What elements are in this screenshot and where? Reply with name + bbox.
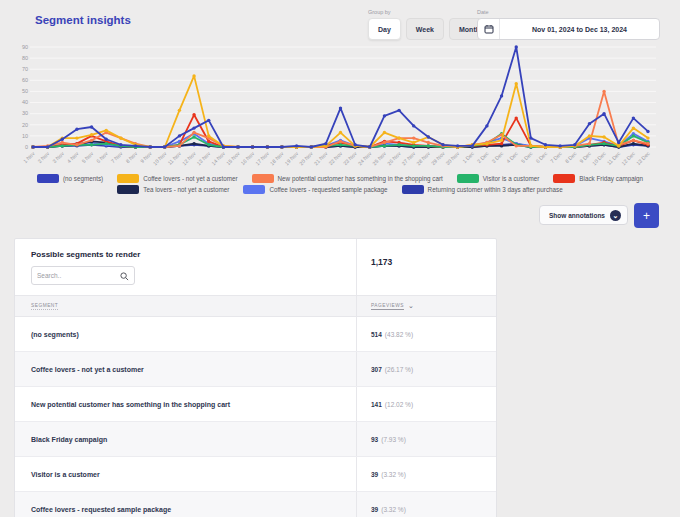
x-axis-label: 6 Dec <box>534 150 548 164</box>
legend-item[interactable]: Black Friday campaign <box>553 174 643 183</box>
legend-item[interactable]: Visitor is a customer <box>457 174 540 183</box>
svg-text:80: 80 <box>22 55 28 61</box>
table-row[interactable]: Coffee lovers - not yet a customer307(26… <box>15 352 496 387</box>
legend-item[interactable]: Tea lovers - not yet a customer <box>117 185 229 194</box>
x-axis-label: 3 Nov <box>51 150 65 164</box>
legend-item[interactable]: New potential customer has something in … <box>252 174 443 183</box>
data-point <box>427 144 430 147</box>
data-point <box>412 141 415 144</box>
data-point <box>192 135 195 138</box>
show-annotations-button[interactable]: Show annotations ⌄ <box>539 205 628 225</box>
svg-text:30: 30 <box>22 110 28 116</box>
x-axis-label: 15 Nov <box>225 150 241 166</box>
add-annotation-button[interactable]: + <box>634 203 659 228</box>
data-point <box>427 141 430 144</box>
data-point <box>383 144 386 147</box>
legend-item[interactable]: Returning customer within 3 days after p… <box>402 185 563 194</box>
data-point <box>222 145 225 148</box>
date-range-picker[interactable]: Nov 01, 2024 to Dec 13, 2024 <box>477 18 660 40</box>
chart-legend: (no segments)Coffee lovers - not yet a c… <box>0 174 680 194</box>
page-title: Segment insights <box>35 14 131 26</box>
data-point <box>251 145 254 148</box>
legend-label: Coffee lovers - not yet a customer <box>143 175 237 182</box>
x-axis-label: 4 Dec <box>505 150 519 164</box>
svg-text:10: 10 <box>22 133 28 139</box>
x-axis-label: 11 Dec <box>606 150 622 166</box>
x-axis-label: 6 Nov <box>95 150 109 164</box>
data-point <box>207 134 210 137</box>
data-point <box>339 143 342 146</box>
data-point <box>178 109 181 112</box>
data-point <box>61 141 64 144</box>
x-axis-label: 3 Dec <box>490 150 504 164</box>
table-row[interactable]: New potential customer has something in … <box>15 387 496 422</box>
table-row[interactable]: Visitor is a customer39(3.32 %) <box>15 457 496 492</box>
data-point <box>632 134 635 137</box>
data-point <box>412 124 415 127</box>
x-axis-label: 5 Dec <box>520 150 534 164</box>
x-axis-label: 1 Dec <box>461 150 475 164</box>
data-point <box>427 135 430 138</box>
date-label: Date <box>477 9 660 15</box>
svg-text:50: 50 <box>22 88 28 94</box>
data-point <box>456 144 459 147</box>
x-axis-label: 10 Nov <box>152 150 168 166</box>
data-point <box>500 94 503 97</box>
svg-text:40: 40 <box>22 99 28 105</box>
data-point <box>105 129 108 132</box>
x-axis-label: 8 Nov <box>124 150 138 164</box>
data-point <box>602 112 605 115</box>
group-by-week-button[interactable]: Week <box>406 18 444 40</box>
segment-column-header[interactable]: Segment <box>31 303 58 310</box>
data-point <box>383 141 386 144</box>
data-point <box>500 139 503 142</box>
data-point <box>573 143 576 146</box>
segment-name-cell: Coffee lovers - not yet a customer <box>15 352 357 386</box>
table-row[interactable]: Black Friday campaign93(7.93 %) <box>15 422 496 457</box>
legend-label: Black Friday campaign <box>579 175 643 182</box>
legend-item[interactable]: Coffee lovers - not yet a customer <box>117 174 237 183</box>
data-point <box>632 142 635 145</box>
legend-item[interactable]: Coffee lovers - requested sample package <box>243 185 387 194</box>
data-point <box>134 144 137 147</box>
legend-label: Returning customer within 3 days after p… <box>428 186 563 193</box>
data-point <box>632 116 635 119</box>
x-axis-label: 27 Nov <box>401 150 417 166</box>
data-point <box>90 133 93 136</box>
data-point <box>105 142 108 145</box>
data-point <box>46 145 49 148</box>
legend-row: Tea lovers - not yet a customerCoffee lo… <box>0 185 680 194</box>
data-point <box>192 113 195 116</box>
data-point <box>646 130 649 133</box>
svg-text:90: 90 <box>22 44 28 50</box>
calendar-icon <box>478 19 500 39</box>
data-point <box>105 138 108 141</box>
data-point <box>602 142 605 145</box>
segment-search-input[interactable] <box>37 272 120 279</box>
data-point <box>119 136 122 139</box>
pageviews-sort-header[interactable]: Pageviews ⌄ <box>357 303 496 310</box>
data-point <box>588 122 591 125</box>
data-point <box>75 128 78 131</box>
legend-swatch-icon <box>37 174 59 183</box>
legend-item[interactable]: (no segments) <box>37 174 103 183</box>
legend-label: Coffee lovers - requested sample package <box>269 186 387 193</box>
x-axis-label: 18 Nov <box>269 150 285 166</box>
data-point <box>90 125 93 128</box>
x-axis-label: 8 Dec <box>564 150 578 164</box>
data-point <box>178 144 181 147</box>
legend-row: (no segments)Coffee lovers - not yet a c… <box>0 174 680 183</box>
group-by-control: Group by Day Week Month <box>368 9 490 40</box>
x-axis-label: 24 Nov <box>357 150 373 166</box>
table-row[interactable]: Coffee lovers - requested sample package… <box>15 492 496 517</box>
data-point <box>207 143 210 146</box>
segment-name-cell: Visitor is a customer <box>15 457 357 491</box>
x-axis-label: 13 Dec <box>635 150 651 166</box>
table-row[interactable]: (no segments)514(43.82 %) <box>15 317 496 352</box>
data-point <box>558 144 561 147</box>
group-by-day-button[interactable]: Day <box>368 18 401 40</box>
data-point <box>339 106 342 109</box>
data-point <box>397 143 400 146</box>
data-point <box>192 131 195 134</box>
x-axis-label: 7 Dec <box>549 150 563 164</box>
